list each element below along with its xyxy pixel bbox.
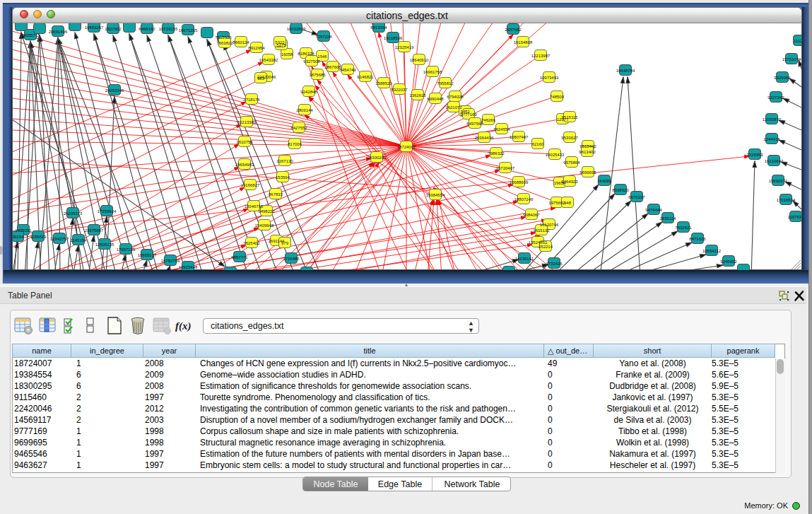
svg-text:2803144: 2803144 — [296, 108, 313, 112]
svg-text:15409948: 15409948 — [255, 223, 274, 228]
svg-text:14055715: 14055715 — [21, 33, 40, 37]
svg-text:12505135: 12505135 — [95, 243, 114, 247]
svg-text:10807487: 10807487 — [510, 135, 529, 139]
svg-text:8471626: 8471626 — [689, 237, 706, 241]
svg-text:19166827: 19166827 — [241, 183, 260, 187]
svg-text:1615132: 1615132 — [533, 228, 550, 233]
svg-text:7625402: 7625402 — [243, 241, 260, 245]
svg-text:948: 948 — [564, 201, 572, 205]
svg-text:1588520: 1588520 — [375, 81, 392, 86]
svg-text:9474444: 9474444 — [645, 208, 662, 212]
svg-text:10025433: 10025433 — [546, 153, 565, 157]
svg-text:9613400: 9613400 — [579, 150, 596, 154]
svg-text:12325419: 12325419 — [395, 45, 414, 49]
svg-text:16543382: 16543382 — [259, 58, 278, 62]
svg-text:19218506: 19218506 — [384, 36, 403, 40]
svg-text:10654112: 10654112 — [702, 249, 722, 253]
svg-text:153594: 153594 — [276, 175, 290, 180]
svg-text:9533627: 9533627 — [561, 136, 578, 140]
svg-text:10719155: 10719155 — [159, 27, 178, 31]
svg-text:9242848: 9242848 — [300, 90, 317, 94]
svg-text:9227342: 9227342 — [767, 95, 784, 100]
svg-text:20206573: 20206573 — [64, 211, 83, 216]
svg-text:15720407: 15720407 — [496, 166, 515, 170]
svg-text:9327508: 9327508 — [303, 59, 320, 64]
svg-text:19384554: 19384554 — [426, 193, 445, 197]
svg-text:979: 979 — [281, 241, 289, 245]
svg-text:3215953: 3215953 — [746, 153, 763, 157]
svg-text:748500: 748500 — [550, 95, 565, 99]
svg-text:20691406: 20691406 — [49, 30, 68, 34]
svg-text:7632621: 7632621 — [675, 226, 692, 230]
svg-text:1244415: 1244415 — [763, 137, 780, 141]
svg-text:9146821: 9146821 — [357, 75, 374, 79]
svg-text:12213389: 12213389 — [237, 120, 257, 124]
svg-text:1435051: 1435051 — [15, 228, 32, 233]
svg-text:9777169: 9777169 — [460, 112, 477, 117]
svg-text:817006: 817006 — [288, 142, 302, 146]
svg-text:9515440: 9515440 — [579, 144, 596, 148]
svg-text:20364436: 20364436 — [475, 136, 494, 140]
svg-text:18807249: 18807249 — [514, 197, 534, 201]
svg-text:1975692: 1975692 — [548, 201, 565, 205]
svg-text:9464923: 9464923 — [561, 180, 578, 184]
svg-text:3624554: 3624554 — [493, 127, 510, 132]
svg-text:10973493: 10973493 — [540, 76, 559, 80]
svg-text:1610755: 1610755 — [236, 140, 253, 144]
svg-text:16648784: 16648784 — [616, 69, 635, 73]
svg-text:16961758: 16961758 — [423, 70, 442, 74]
svg-text:15751074: 15751074 — [782, 57, 801, 62]
svg-text:16671355: 16671355 — [179, 28, 198, 33]
svg-text:17016504: 17016504 — [777, 198, 796, 202]
svg-text:10853257: 10853257 — [85, 25, 104, 30]
svg-text:12342757: 12342757 — [50, 237, 69, 241]
svg-text:8938923: 8938923 — [612, 188, 629, 192]
svg-text:1145194: 1145194 — [71, 238, 88, 243]
svg-text:5322037: 5322037 — [391, 88, 408, 92]
svg-text:9498222: 9498222 — [258, 209, 275, 214]
svg-text:16210643: 16210643 — [765, 159, 784, 163]
svg-text:6794028: 6794028 — [447, 95, 464, 99]
svg-text:16033809: 16033809 — [287, 27, 306, 31]
svg-text:1167533: 1167533 — [788, 215, 801, 219]
svg-text:12213987: 12213987 — [531, 54, 551, 58]
svg-text:16154808: 16154808 — [514, 40, 533, 45]
svg-text:9084067: 9084067 — [523, 213, 540, 217]
svg-text:8660124: 8660124 — [233, 40, 249, 45]
svg-text:16782759: 16782759 — [161, 259, 180, 263]
svg-text:19958137: 19958137 — [138, 253, 157, 257]
svg-text:3875685: 3875685 — [309, 73, 326, 77]
svg-text:746266: 746266 — [481, 118, 496, 122]
svg-text:14136141: 14136141 — [515, 257, 534, 261]
svg-text:164095: 164095 — [597, 179, 612, 183]
svg-text:1362615: 1362615 — [409, 93, 426, 98]
svg-text:9857771: 9857771 — [231, 255, 248, 259]
svg-text:11123: 11123 — [794, 39, 801, 43]
svg-text:1733426: 1733426 — [546, 262, 563, 266]
svg-text:8427552: 8427552 — [290, 126, 307, 130]
svg-text:f(x): f(x) — [175, 320, 192, 332]
svg-text:20053346: 20053346 — [105, 88, 124, 93]
svg-text:8186328: 8186328 — [298, 52, 314, 56]
svg-text:8813054: 8813054 — [370, 25, 387, 30]
svg-text:3267130: 3267130 — [276, 159, 293, 163]
svg-text:9575864: 9575864 — [563, 160, 580, 165]
svg-text:3716485: 3716485 — [283, 257, 300, 261]
svg-text:7357224: 7357224 — [315, 35, 332, 39]
svg-text:2687682: 2687682 — [505, 28, 522, 32]
svg-text:7663822: 7663822 — [216, 41, 233, 45]
svg-text:16058: 16058 — [281, 52, 293, 57]
svg-text:7955812: 7955812 — [437, 81, 454, 86]
svg-text:7515526: 7515526 — [215, 35, 232, 40]
svg-text:7986322: 7986322 — [488, 151, 505, 156]
svg-text:1546: 1546 — [317, 54, 327, 59]
svg-text:62160: 62160 — [532, 142, 544, 146]
svg-text:6679197: 6679197 — [628, 195, 645, 199]
svg-text:1156829: 1156829 — [30, 235, 47, 239]
svg-text:16120746: 16120746 — [540, 223, 559, 227]
svg-text:6466160: 6466160 — [139, 27, 155, 31]
svg-text:9329966: 9329966 — [774, 76, 791, 80]
svg-text:9515115: 9515115 — [562, 115, 579, 119]
svg-text:867833: 867833 — [269, 192, 283, 197]
svg-text:8912954: 8912954 — [248, 46, 265, 50]
